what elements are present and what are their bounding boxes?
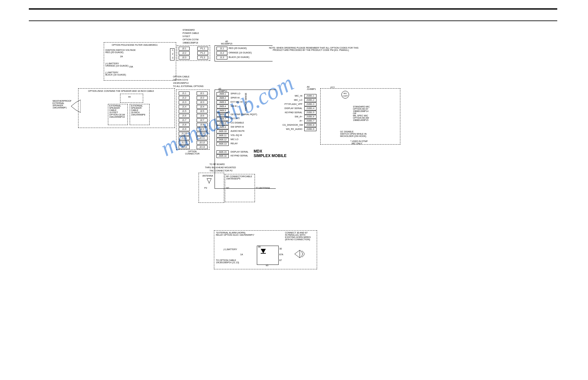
t30: 30 [279, 248, 282, 250]
alarm-amp: 1A [240, 253, 243, 256]
alarm-batt: (+) BATTERY [224, 248, 237, 250]
pin-J1001.2: J1001.2 [304, 98, 316, 102]
ignition-sense: IGNITION SENSE [245, 93, 247, 111]
lbl-J905.9: SW SPKR HI [231, 126, 244, 128]
mic-sig-8: WS_RX_AUDIO [282, 128, 302, 130]
pin-J1.3: J1.3 [179, 100, 190, 104]
t3: 3 [172, 57, 173, 59]
rf-p2: P2 [204, 187, 207, 189]
pin-J1001.7: J1001.7 [304, 119, 316, 123]
alarm-block: "EXTERNAL ALARM (HORN) RELAY OPTION SU1C… [214, 230, 316, 272]
pin-J1001.3: J1001.3 [304, 102, 316, 106]
pin-J1.1: J1.1 [179, 91, 190, 95]
rf-l1: TO RF BOARD [209, 163, 225, 165]
lbl-J905.6: GE STAR (SERIAL RQST) [231, 113, 257, 115]
t87: 87 [279, 259, 282, 261]
pin-J1001.5: J1001.5 [304, 111, 316, 115]
t86: 86 [258, 246, 261, 248]
pin-J2.5: J2.5 [197, 109, 208, 113]
pin-J2.11: J2.11 [197, 136, 208, 140]
pin-J2.10: J2.10 [197, 132, 208, 136]
svg-marker-0 [71, 100, 81, 113]
lbl-J905.2: SPKR HI [231, 97, 240, 99]
pin-J905.9: J905.9 [216, 125, 229, 129]
mic-sig-1: MIC_LO [282, 99, 302, 101]
std-cable-2: POWER CABLE [183, 32, 199, 34]
rf-l2: THRU BULKHEAD MOUNTED [205, 166, 236, 169]
std-cable-1: STANDARD [183, 29, 195, 31]
rf-cable: RF CONNECTOR/CABLE 19A705301P5 [226, 175, 252, 180]
a6-header: A6 J149BP1 [307, 86, 316, 90]
diagram-title: MDX SIMPLEX MOBILE [254, 149, 287, 158]
gc-disable: GC DISABLE SWITCH OPEN WHILE IN MICHOLDE… [340, 131, 366, 137]
pin-J1.9: J1.9 [179, 127, 190, 131]
lbl-J905.7: EXT PTT [231, 117, 240, 120]
rule-top [29, 8, 557, 10]
rf-l3: TNC CONNECTOR P2 [209, 170, 233, 172]
wx-speaker: WEATHERPROOF EXTERNAL SPEAKER 19A149590P… [53, 100, 71, 109]
pin-J1.8: J1.8 [179, 123, 190, 127]
pin-J2.4: J2.4 [197, 105, 208, 109]
dtmf-note: * USED IN DTMF MIC ONLY [350, 140, 368, 145]
pin-J905.5: J905.5 [216, 109, 229, 113]
lbl-j905-15: DISPLAY SERIAL [231, 151, 249, 153]
j1-orange: ORANGE (16 GUAGE) [229, 51, 252, 54]
pin-j1-3: J1.3 [216, 56, 227, 59]
diode-icon [260, 248, 266, 261]
pin-j905-16: J905.16 [216, 154, 229, 158]
pin-J1001.9: J1001.9 [304, 127, 316, 131]
order-note: NOTE: WHEN ORDERING PLEASE REMEMBER THAT… [269, 47, 358, 51]
lbl-J905.12: MIC LO [231, 138, 238, 140]
alarm-to-opt: TO OPTION CABLE 19C851585P14 (J1.13) [216, 259, 239, 264]
j1-black: BLACK (16 GUAGE) [229, 56, 249, 58]
mic-sig-7: CG_DIS/HOOK_SW [282, 124, 302, 126]
alarm-conn: CONNECT 30 AND 87 IN PARALLEL WITH EXIST… [285, 232, 311, 241]
pin-J2.9: J2.9 [197, 127, 208, 131]
opt-cable-1: OPTION CABLE [173, 75, 190, 78]
spk-arrow-box [120, 94, 143, 103]
batt-pos-label: (+) BATTERY ORANGE (16 GUAGE) [105, 62, 128, 67]
rf-ant: ANTENNA [202, 175, 213, 177]
mic-sig-4: KEYPAD SERIAL [282, 111, 302, 114]
t87a: 87A [279, 253, 283, 256]
pin-j1-2: J1.2 [216, 51, 227, 55]
pin-J1001.1: J1001.1 [304, 94, 316, 98]
pin-J1001.4: J1001.4 [304, 107, 316, 110]
pin-J2.3: J2.3 [197, 100, 208, 104]
pin-J2.7: J2.7 [197, 118, 208, 122]
mic-sig-3: DISPLAY SERIAL [282, 107, 302, 109]
mic-sig-5: SW_A+ [282, 115, 302, 118]
lbl-J905.13: RELAY [231, 142, 238, 145]
svg-marker-3 [261, 249, 266, 253]
svg-marker-1 [207, 178, 211, 183]
amp-15a: 15A [129, 66, 133, 68]
horn-icon [294, 248, 310, 260]
lbl-J905.4: SW A+ [231, 105, 238, 107]
pin-J1.5: J1.5 [179, 109, 190, 113]
batt-neg-label: (-) BATTERY BLACK (16 GUAGE) [105, 71, 126, 76]
pin-J905.3: J905.3 [216, 100, 229, 104]
t1: 1 [172, 49, 173, 51]
pin-J1.12: J1.12 [179, 141, 190, 145]
std-cable-3: 9 FEET [183, 35, 190, 37]
pin-J905.7: J905.7 [216, 117, 229, 121]
pin-J1.6: J1.6 [179, 114, 190, 118]
speaker-box: OPTION ZM1K CONTAINS THE SPEAKER AND 18 … [78, 88, 175, 128]
pin-p1-1: P1.1 [197, 47, 208, 51]
opt-cable-2: OPTION CO7Z [173, 79, 188, 81]
filter-title: OPTION PD1A NOISE FILTER 19A148539G1 [112, 44, 158, 46]
pin-J905.11: J905.11 [216, 134, 229, 138]
pin-J905.10: J905.10 [216, 130, 229, 133]
pin-j2-2: J2.2 [179, 51, 190, 55]
mic-sig-2: PTT/FLASH_VPP [282, 103, 302, 105]
pin-J1.4: J1.4 [179, 105, 190, 109]
pin-j2-3: J2.3 [179, 56, 190, 59]
pin-J905.2: J905.2 [216, 96, 229, 100]
pin-J905.13: J905.13 [216, 142, 229, 146]
pin-J2.1: J2.1 [197, 91, 208, 95]
pin-J1.2: J1.2 [179, 96, 190, 100]
pin-J1001.6: J1001.6 [304, 115, 316, 119]
rf-board-box [199, 173, 224, 203]
pin-J905.4: J905.4 [216, 105, 229, 108]
amp-2a: 2A [120, 55, 123, 58]
